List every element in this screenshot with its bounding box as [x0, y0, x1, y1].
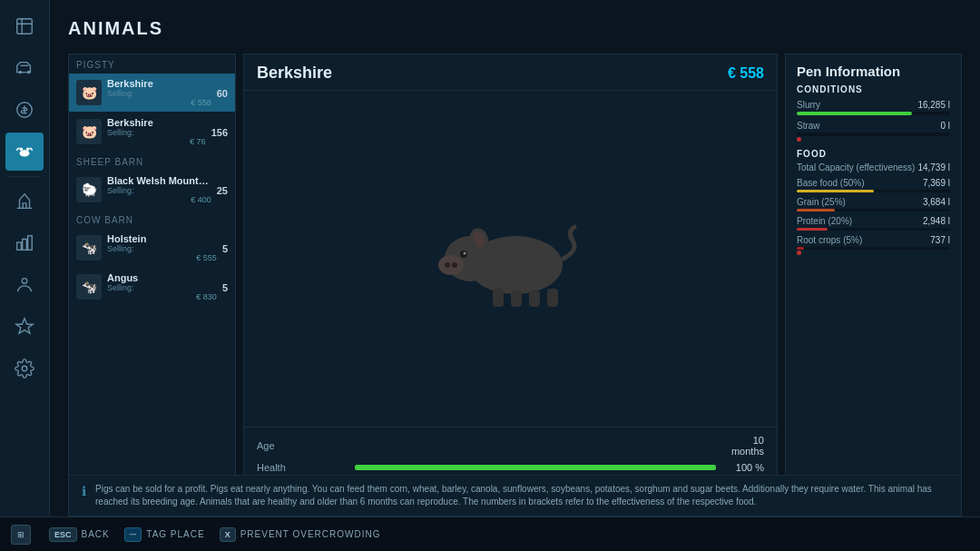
animal-count: 5: [222, 243, 228, 254]
sidebar-item-missions[interactable]: [5, 308, 44, 346]
animal-price: € 400: [107, 195, 211, 204]
food-item-grain: Grain (25%) 3,684 l: [797, 197, 950, 212]
animal-right: 5: [222, 281, 228, 293]
sidebar-item-fields[interactable]: [5, 182, 44, 221]
conditions-section-label: CONDITIONS: [797, 84, 950, 94]
food-grain-value: 3,684 l: [923, 197, 950, 207]
food-total-value: 14,739 l: [917, 162, 950, 172]
sidebar-item-map[interactable]: [5, 7, 44, 45]
animal-row[interactable]: 🐑 Black Welsh Mountain Selling: € 400 25: [69, 171, 235, 210]
svg-point-15: [445, 262, 450, 268]
food-section-label: FOOD: [797, 149, 950, 159]
pen-info-title: Pen Information: [797, 64, 950, 79]
sidebar-item-finance[interactable]: [5, 91, 44, 129]
slurry-value: 16,285 l: [917, 100, 950, 110]
straw-dot: [797, 137, 801, 142]
animal-icon: 🐄: [76, 235, 102, 261]
straw-condition: Straw 0 l: [797, 121, 950, 142]
tag-key: ···: [124, 527, 142, 542]
sidebar-item-production[interactable]: [5, 224, 44, 262]
svg-point-11: [22, 366, 27, 371]
food-base-bar: [797, 190, 874, 192]
animal-list: PIGSTY 🐷 Berkshire Selling: € 558 60 🐷 B: [68, 54, 236, 505]
pig-model: [420, 200, 602, 318]
animal-status: Selling:: [107, 186, 211, 195]
animal-info: Black Welsh Mountain Selling: € 400: [107, 175, 211, 204]
slurry-bar-bg: [797, 112, 950, 115]
animal-right: 156: [211, 126, 228, 138]
svg-rect-21: [529, 290, 540, 307]
back-button[interactable]: ESC BACK: [49, 527, 110, 542]
food-grain-label: Grain (25%): [797, 197, 846, 207]
svg-point-24: [463, 252, 466, 255]
svg-rect-0: [17, 19, 33, 34]
section-label-cow: COW BARN: [69, 210, 235, 229]
animal-info: Angus Selling: € 830: [107, 272, 217, 301]
health-bar-container: [355, 465, 716, 470]
food-section: FOOD Total Capacity (effectiveness) 14,7…: [797, 149, 950, 255]
sidebar-item-vehicle[interactable]: [5, 49, 44, 87]
corner-button[interactable]: ⊞: [11, 525, 31, 545]
food-item-root: Root crops (5%) 737 l: [797, 235, 950, 255]
animal-icon: 🐑: [76, 177, 102, 202]
info-icon: ℹ: [82, 484, 86, 498]
svg-point-14: [438, 255, 464, 275]
svg-rect-7: [17, 242, 22, 250]
svg-point-16: [452, 262, 457, 268]
sidebar-divider: [8, 176, 41, 177]
animal-row[interactable]: 🐄 Angus Selling: € 830 5: [69, 268, 235, 307]
animal-right: 60: [217, 87, 228, 99]
animal-detail-name: Berkshire: [257, 64, 332, 83]
food-base-label: Base food (50%): [797, 178, 865, 188]
animal-detail-value: € 558: [728, 65, 764, 82]
slurry-row: Slurry 16,285 l: [797, 100, 950, 110]
sidebar-item-animals[interactable]: [5, 133, 44, 171]
stat-label-age: Age: [257, 440, 348, 451]
section-label-pigsty: PIGSTY: [69, 54, 235, 74]
sidebar-item-settings[interactable]: [5, 349, 44, 388]
sidebar-item-workers[interactable]: [5, 266, 44, 304]
slurry-label: Slurry: [797, 100, 820, 110]
info-box: ℹ Pigs can be sold for a profit. Pigs ea…: [68, 475, 962, 517]
animal-row[interactable]: 🐷 Berkshire Selling: € 76 156: [69, 113, 235, 152]
stat-value-age: 10 months: [723, 435, 764, 457]
animal-name: Berkshire: [107, 117, 206, 128]
food-root-bar: [797, 247, 804, 250]
stat-label-health: Health: [257, 462, 348, 473]
animal-count: 25: [217, 185, 228, 196]
food-protein-bar-bg: [797, 228, 950, 231]
svg-rect-20: [511, 290, 522, 307]
animal-detail-header: Berkshire € 558: [244, 54, 777, 91]
food-protein-bar: [797, 228, 828, 231]
page-title: ANIMALS: [68, 18, 962, 39]
animal-icon: 🐄: [76, 274, 102, 300]
overcrowding-label: PREVENT OVERCROWDING: [240, 529, 381, 539]
animal-name: Black Welsh Mountain: [107, 175, 211, 186]
animal-status: Selling:: [107, 89, 211, 98]
animal-right: 25: [217, 184, 228, 196]
animal-price: € 830: [107, 292, 217, 301]
back-label: BACK: [82, 529, 110, 539]
food-base-bar-bg: [797, 190, 950, 192]
prevent-overcrowding-button[interactable]: X PREVENT OVERCROWDING: [220, 527, 381, 542]
svg-rect-19: [493, 289, 504, 307]
animal-price: € 558: [107, 98, 211, 107]
animal-row[interactable]: 🐷 Berkshire Selling: € 558 60: [69, 74, 235, 113]
food-grain-bar-bg: [797, 209, 950, 212]
animal-row[interactable]: 🐄 Holstein Selling: € 555 5: [69, 229, 235, 268]
food-item-protein: Protein (20%) 2,948 l: [797, 216, 950, 231]
food-grain-bar: [797, 209, 835, 212]
animal-status: Selling:: [107, 128, 206, 137]
content-area: PIGSTY 🐷 Berkshire Selling: € 558 60 🐷 B: [68, 54, 962, 505]
sidebar: [0, 0, 50, 551]
tag-place-button[interactable]: ··· TAG PLACE: [124, 527, 205, 542]
health-bar: [355, 465, 716, 470]
svg-point-4: [20, 150, 30, 156]
root-dot: [797, 251, 801, 255]
animal-price: € 76: [107, 137, 206, 146]
svg-rect-9: [28, 236, 33, 251]
straw-bar-bg: [797, 133, 950, 136]
animal-icon: 🐷: [76, 119, 102, 144]
food-root-value: 737 l: [930, 235, 950, 245]
food-root-bar-bg: [797, 247, 950, 250]
